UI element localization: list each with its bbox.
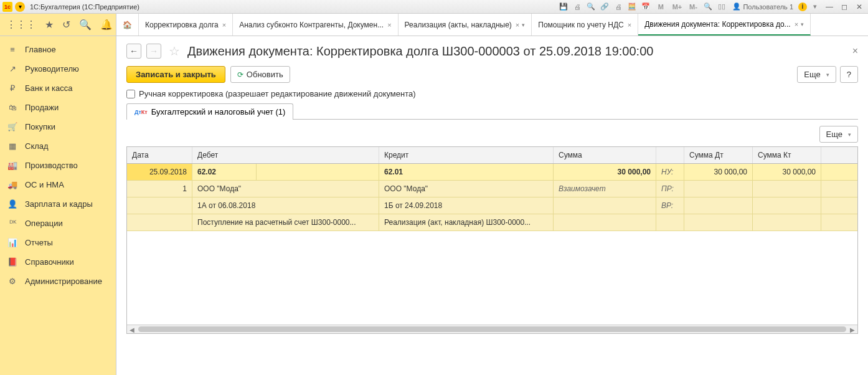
calendar-icon[interactable]: 📅 bbox=[640, 2, 651, 12]
tab-label: Анализ субконто Контрагенты, Докумен... bbox=[239, 21, 384, 29]
ruble-icon: ₽ bbox=[7, 83, 17, 93]
home-tab[interactable]: 🏠 bbox=[116, 14, 139, 36]
sidebar-item-main[interactable]: ≡Главное bbox=[0, 40, 116, 59]
page-close-button[interactable]: × bbox=[852, 45, 858, 57]
manual-edit-label: Ручная корректировка (разрешает редактир… bbox=[139, 89, 416, 98]
table-row[interactable]: 1А от 06.08.2018 1Б от 24.09.2018 ВР: bbox=[127, 197, 857, 214]
memory-m[interactable]: M bbox=[654, 2, 668, 12]
tab-2[interactable]: Реализация (акты, накладные)×▾ bbox=[399, 14, 532, 36]
info-icon[interactable]: i bbox=[798, 2, 807, 11]
cell-empty bbox=[753, 181, 821, 197]
favorite-star-icon[interactable]: ☆ bbox=[169, 44, 180, 59]
info-dd-icon[interactable]: ▾ bbox=[809, 2, 821, 12]
col-spacer bbox=[656, 147, 684, 163]
cell-tag2: ПР: bbox=[656, 181, 684, 197]
col-date[interactable]: Дата bbox=[127, 147, 192, 163]
sidebar-label: Справочники bbox=[25, 257, 74, 267]
table-more-button[interactable]: Еще bbox=[819, 126, 858, 143]
tab-close-icon[interactable]: × bbox=[516, 21, 519, 29]
person-icon: 👤 bbox=[7, 199, 17, 209]
sidebar-label: Склад bbox=[25, 141, 49, 151]
search-icon[interactable]: 🔍 bbox=[585, 2, 597, 12]
print-icon[interactable]: 🖨 bbox=[572, 2, 583, 12]
calc-icon[interactable]: 🧮 bbox=[626, 2, 638, 12]
sidebar-item-catalogs[interactable]: 📕Справочники bbox=[0, 252, 116, 272]
close-button[interactable]: ✕ bbox=[853, 2, 866, 12]
manual-edit-checkbox[interactable] bbox=[126, 90, 135, 98]
panels-icon[interactable]: ▯▯ bbox=[716, 2, 727, 12]
table-row[interactable]: Поступление на расчетный счет Ш300-0000.… bbox=[127, 214, 857, 231]
sidebar-item-purchases[interactable]: 🛒Покупки bbox=[0, 117, 116, 136]
apps-icon[interactable]: ⋮⋮⋮ bbox=[6, 19, 36, 31]
sidebar-item-assets[interactable]: 🚚ОС и НМА bbox=[0, 175, 116, 194]
star-icon[interactable]: ★ bbox=[45, 19, 54, 31]
manual-edit-row: Ручная корректировка (разрешает редактир… bbox=[126, 89, 858, 98]
tab-4[interactable]: Движения документа: Корректировка до...×… bbox=[638, 14, 811, 36]
tab-dd-icon[interactable]: ▾ bbox=[801, 21, 804, 27]
table-toolbar: Еще bbox=[126, 126, 858, 143]
col-debit[interactable]: Дебет bbox=[192, 147, 379, 163]
tab-close-icon[interactable]: × bbox=[795, 21, 798, 28]
tab-1[interactable]: Анализ субконто Контрагенты, Докумен...× bbox=[233, 14, 398, 36]
horizontal-scrollbar[interactable]: ◀ ▶ bbox=[127, 325, 857, 333]
minimize-button[interactable]: — bbox=[823, 2, 836, 12]
maximize-button[interactable]: ◻ bbox=[838, 2, 851, 12]
bell-icon[interactable]: 🔔 bbox=[100, 19, 113, 31]
save-icon[interactable]: 💾 bbox=[558, 2, 569, 12]
col-sum[interactable]: Сумма bbox=[554, 147, 656, 163]
doc-tab-accounting[interactable]: ДтКт Бухгалтерский и налоговый учет (1) bbox=[126, 103, 293, 120]
tab-0[interactable]: Корректировка долга× bbox=[139, 14, 233, 36]
tab-close-icon[interactable]: × bbox=[628, 21, 631, 29]
sidebar-item-hr[interactable]: 👤Зарплата и кадры bbox=[0, 194, 116, 214]
scroll-thumb[interactable] bbox=[138, 326, 846, 332]
zoom-icon[interactable]: 🔍 bbox=[702, 2, 714, 12]
sidebar-item-bank[interactable]: ₽Банк и касса bbox=[0, 78, 116, 98]
sidebar-item-sales[interactable]: 🛍Продажи bbox=[0, 98, 116, 117]
cell-note: Взаимозачет bbox=[554, 181, 656, 197]
sidebar-item-warehouse[interactable]: ▦Склад bbox=[0, 136, 116, 156]
table-row[interactable]: 25.09.2018 62.02 62.01 30 000,00 НУ: 30 … bbox=[127, 164, 857, 181]
cell-empty bbox=[684, 197, 753, 214]
cell-tag3: ВР: bbox=[656, 197, 684, 214]
accounting-grid: Дата Дебет Кредит Сумма Сумма Дт Сумма К… bbox=[126, 146, 858, 334]
app-dropdown-icon[interactable]: ▾ bbox=[15, 2, 25, 12]
tab-dd-icon[interactable]: ▾ bbox=[522, 22, 525, 28]
col-sumkt[interactable]: Сумма Кт bbox=[753, 147, 821, 163]
forward-button[interactable]: → bbox=[146, 44, 161, 59]
tab-close-icon[interactable]: × bbox=[387, 21, 391, 29]
cell-cred-src: Реализация (акт, накладная) Ш300-0000... bbox=[379, 214, 554, 230]
sidebar-item-reports[interactable]: 📊Отчеты bbox=[0, 233, 116, 252]
sidebar-item-manager[interactable]: ↗Руководителю bbox=[0, 59, 116, 78]
help-button[interactable]: ? bbox=[840, 66, 858, 83]
table-row[interactable]: 1 ООО "Мода" ООО "Мода" Взаимозачет ПР: bbox=[127, 181, 857, 197]
col-credit[interactable]: Кредит bbox=[379, 147, 554, 163]
sidebar-label: Главное bbox=[25, 45, 56, 54]
memory-mplus[interactable]: M+ bbox=[670, 2, 684, 12]
tab-3[interactable]: Помощник по учету НДС× bbox=[532, 14, 638, 36]
print2-icon[interactable]: 🖨 bbox=[613, 2, 624, 12]
refresh-button[interactable]: ⟳Обновить bbox=[230, 66, 290, 83]
link-icon[interactable]: 🔗 bbox=[599, 2, 610, 12]
memory-mminus[interactable]: M- bbox=[686, 2, 700, 12]
doc-tabstrip: ДтКт Бухгалтерский и налоговый учет (1) bbox=[126, 103, 858, 120]
save-close-button[interactable]: Записать и закрыть bbox=[126, 66, 225, 83]
sidebar-item-operations[interactable]: ᴰᴷОперации bbox=[0, 214, 116, 233]
cell-empty bbox=[684, 214, 753, 230]
cell-sum: 30 000,00 bbox=[554, 164, 656, 180]
search-nav-icon[interactable]: 🔍 bbox=[79, 19, 92, 31]
sidebar-item-production[interactable]: 🏭Производство bbox=[0, 156, 116, 175]
scroll-right-icon[interactable]: ▶ bbox=[847, 325, 857, 334]
cell-date: 25.09.2018 bbox=[127, 164, 192, 180]
tab-close-icon[interactable]: × bbox=[222, 21, 226, 29]
cell-tag: НУ: bbox=[656, 164, 684, 180]
scroll-left-icon[interactable]: ◀ bbox=[127, 325, 137, 334]
history-icon[interactable]: ↺ bbox=[62, 19, 70, 31]
sidebar-label: Производство bbox=[25, 161, 78, 170]
user-label[interactable]: 👤 Пользователь 1 bbox=[730, 2, 796, 11]
cell-empty bbox=[257, 164, 379, 180]
cell-cred-party: ООО "Мода" bbox=[379, 181, 554, 197]
col-sumdt[interactable]: Сумма Дт bbox=[684, 147, 753, 163]
sidebar-item-admin[interactable]: ⚙Администрирование bbox=[0, 272, 116, 291]
back-button[interactable]: ← bbox=[126, 44, 141, 59]
more-button[interactable]: Еще bbox=[797, 66, 836, 83]
